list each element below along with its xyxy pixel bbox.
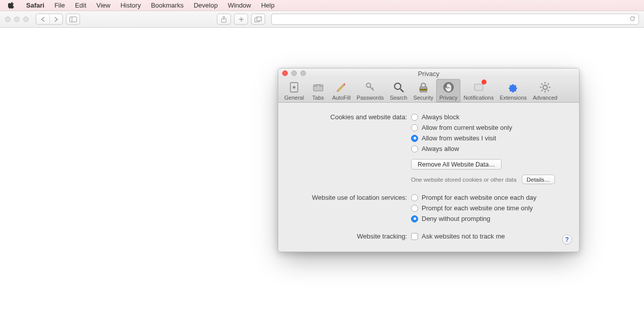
tab-notifications-label: Notifications [463,95,494,101]
tab-general[interactable]: General [281,79,307,102]
key-icon [364,81,376,94]
details-button[interactable]: Details… [522,175,555,184]
checkbox-do-not-track-label: Ask websites not to track me [422,232,505,241]
cookies-label: Cookies and website data: [287,113,411,121]
notification-badge-icon [481,80,487,85]
tabs-icon [312,81,325,94]
chevron-right-icon [54,17,58,22]
puzzle-icon [507,81,520,94]
pencil-icon [335,81,348,94]
checkbox-do-not-track[interactable] [411,233,418,240]
svg-line-20 [548,90,549,91]
svg-rect-0 [69,17,76,22]
tab-extensions-label: Extensions [500,95,527,101]
radio-location-deny[interactable] [411,215,418,222]
share-icon [221,16,227,23]
gear-icon [539,81,551,94]
svg-point-8 [366,83,370,87]
tab-search-label: Search [390,95,408,101]
svg-line-19 [541,84,542,85]
nav-back-forward [36,14,63,25]
tab-security[interactable]: Security [410,79,436,102]
share-button[interactable] [217,14,231,25]
svg-rect-4 [257,17,262,21]
tab-advanced-label: Advanced [533,95,557,101]
back-button[interactable] [36,14,49,24]
window-zoom-button[interactable] [23,17,29,22]
radio-location-once[interactable] [411,205,418,212]
tab-tabs[interactable]: Tabs [307,79,329,102]
window-close-button[interactable] [5,17,11,22]
menubar-file[interactable]: File [49,2,70,9]
tab-security-label: Security [413,95,433,101]
radio-location-once-label: Prompt for each website one time only [422,204,533,212]
tab-advanced[interactable]: Advanced [530,79,560,102]
menubar-bookmarks[interactable]: Bookmarks [146,2,189,9]
prefs-titlebar: Privacy [278,68,579,79]
tab-passwords[interactable]: Passwords [354,79,387,102]
menubar-history[interactable]: History [115,2,145,9]
tab-notifications[interactable]: Notifications [460,79,497,102]
prefs-close-button[interactable] [282,70,288,76]
stored-data-note: One website stored cookies or other data [411,177,517,183]
tab-passwords-label: Passwords [357,95,384,101]
radio-always-block[interactable] [411,114,418,121]
reload-icon[interactable] [629,16,635,23]
menubar-help[interactable]: Help [256,2,280,9]
tracking-label: Website tracking: [287,232,411,240]
tabs-icon [255,17,262,22]
remove-all-data-button[interactable]: Remove All Website Data… [411,159,502,170]
prefs-body: Cookies and website data: Always block A… [278,103,579,252]
radio-location-daily[interactable] [411,194,418,201]
radio-location-daily-label: Prompt for each website once each day [422,193,536,202]
chevron-left-icon [41,17,45,22]
tab-extensions[interactable]: Extensions [497,79,530,102]
svg-line-21 [541,90,542,91]
plus-icon [238,16,245,23]
svg-line-22 [548,84,549,85]
menubar-app-name[interactable]: Safari [21,2,49,9]
menubar-develop[interactable]: Develop [189,2,223,9]
forward-button[interactable] [49,14,62,24]
tab-general-label: General [284,95,304,101]
menubar-window[interactable]: Window [223,2,256,9]
preferences-window: Privacy General Tabs AutoFill Passwords [278,68,580,252]
radio-visited-label: Allow from websites I visit [422,134,496,142]
prefs-zoom-button[interactable] [300,70,306,76]
sidebar-toggle-button[interactable] [66,14,80,25]
tab-overview-button[interactable] [251,14,265,25]
prefs-minimize-button[interactable] [291,70,297,76]
svg-rect-7 [313,85,323,91]
window-minimize-button[interactable] [14,17,20,22]
tab-tabs-label: Tabs [312,95,324,101]
help-button[interactable]: ? [562,235,572,245]
radio-location-deny-label: Deny without prompting [422,214,491,223]
switch-icon [288,81,300,94]
tab-autofill[interactable]: AutoFill [329,79,354,102]
radio-current-only-label: Allow from current website only [422,123,512,132]
menubar-edit[interactable]: Edit [70,2,91,9]
url-field[interactable] [271,14,639,25]
radio-always-allow-label: Always allow [422,144,459,153]
apple-menu-icon[interactable] [7,2,15,10]
svg-point-14 [543,85,547,89]
search-icon [392,81,405,94]
sidebar-icon [69,17,77,22]
new-tab-button[interactable] [234,14,248,25]
radio-always-block-label: Always block [422,113,459,121]
menubar-view[interactable]: View [92,2,116,9]
hand-icon [442,81,455,94]
tab-search[interactable]: Search [387,79,411,102]
tab-autofill-label: AutoFill [332,95,351,101]
radio-always-allow[interactable] [411,145,418,152]
macos-menubar: Safari File Edit View History Bookmarks … [0,0,644,11]
window-traffic-lights [5,17,29,22]
radio-current-only[interactable] [411,124,418,131]
prefs-toolbar: General Tabs AutoFill Passwords Search [278,79,579,103]
location-label: Website use of location services: [287,193,411,201]
tab-privacy[interactable]: Privacy [436,79,460,102]
safari-toolbar [0,11,644,28]
prefs-title: Privacy [418,70,440,77]
tab-privacy-label: Privacy [439,95,457,101]
radio-visited[interactable] [411,135,418,142]
